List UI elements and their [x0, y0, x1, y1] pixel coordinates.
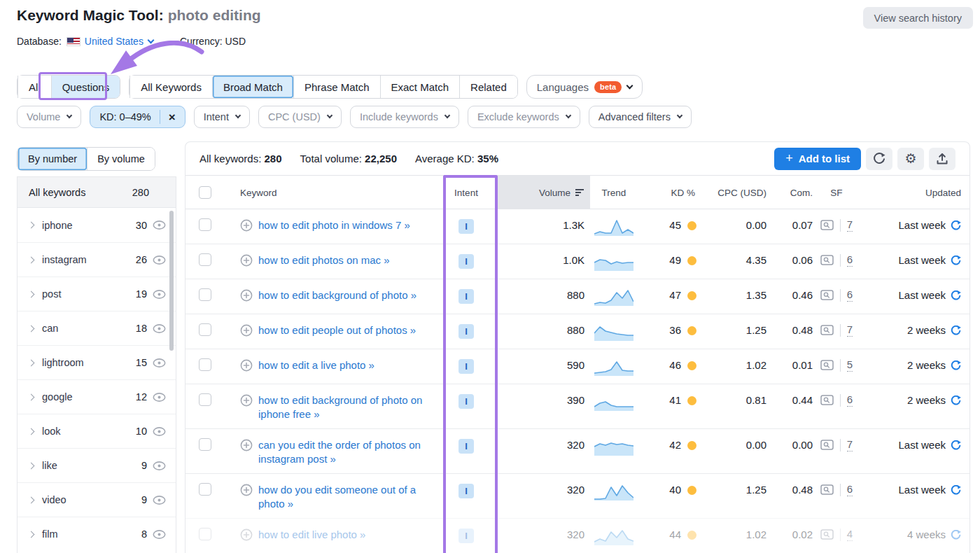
eye-icon[interactable]	[153, 393, 166, 402]
keyword-link[interactable]: how to edit a live photo »	[258, 358, 374, 372]
keyword-link[interactable]: how to edit background of photo on iphon…	[258, 393, 430, 421]
languages-dropdown[interactable]: Languages beta	[526, 75, 643, 99]
database-selector[interactable]: United States	[85, 36, 153, 47]
keyword-link[interactable]: how to edit people out of photos »	[258, 323, 416, 337]
column-header-kd[interactable]: KD %	[638, 176, 699, 209]
update-refresh-icon[interactable]	[951, 220, 961, 231]
close-icon[interactable]: ×	[169, 111, 176, 123]
sidebar-scrollbar[interactable]	[169, 211, 174, 351]
intent-badge[interactable]: I	[458, 439, 474, 454]
add-to-list-button[interactable]: + Add to list	[774, 148, 861, 170]
row-checkbox[interactable]	[199, 358, 211, 371]
keyword-group-item[interactable]: post 19	[18, 276, 176, 311]
tab[interactable]: Questions	[51, 76, 120, 98]
tab[interactable]: All	[18, 76, 51, 98]
column-header-updated[interactable]: Updated	[856, 176, 970, 209]
add-keyword-plus-icon[interactable]	[240, 394, 253, 407]
keyword-link[interactable]: how to edit live photo »	[258, 528, 365, 542]
eye-icon[interactable]	[153, 290, 166, 299]
column-header-intent[interactable]: Intent	[435, 176, 498, 209]
column-header-trend[interactable]: Trend	[590, 176, 638, 209]
eye-icon[interactable]	[153, 530, 166, 539]
keyword-group-item[interactable]: look 10	[18, 414, 176, 448]
serp-features-count[interactable]: 4	[847, 528, 853, 541]
serp-features-count[interactable]: 6	[847, 288, 853, 302]
view-search-history-button[interactable]: View search history	[863, 7, 973, 29]
keyword-link[interactable]: how to edit photo in windows 7 »	[258, 218, 410, 232]
add-keyword-plus-icon[interactable]	[240, 439, 253, 451]
serp-features-count[interactable]: 7	[847, 323, 853, 337]
eye-icon[interactable]	[153, 220, 166, 230]
keyword-link[interactable]: how do you edit someone out of a photo »	[258, 483, 430, 511]
keyword-link[interactable]: how to edit photos on mac »	[258, 253, 390, 267]
column-header-sf[interactable]: SF	[817, 176, 856, 209]
intent-badge[interactable]: I	[458, 324, 474, 339]
keyword-link[interactable]: can you edit the order of photos on inst…	[258, 438, 430, 466]
keyword-group-item[interactable]: video 9	[18, 482, 176, 517]
update-refresh-icon[interactable]	[951, 290, 961, 301]
keyword-link[interactable]: how to edit background of photo »	[258, 288, 416, 302]
keyword-group-item[interactable]: iphone 30	[18, 208, 176, 242]
row-checkbox[interactable]	[199, 438, 211, 451]
serp-preview-icon[interactable]	[820, 255, 834, 265]
add-keyword-plus-icon[interactable]	[240, 254, 253, 267]
row-checkbox[interactable]	[199, 528, 211, 540]
row-checkbox[interactable]	[199, 218, 211, 231]
eye-icon[interactable]	[153, 496, 166, 505]
tab[interactable]: All Keywords	[130, 76, 212, 98]
update-refresh-icon[interactable]	[951, 255, 961, 266]
filter-dropdown[interactable]: Intent	[194, 106, 250, 128]
keyword-group-item[interactable]: film 8	[18, 517, 176, 551]
tab[interactable]: Broad Match	[212, 76, 293, 98]
serp-preview-icon[interactable]	[820, 529, 834, 540]
serp-features-count[interactable]: 7	[847, 218, 853, 232]
row-checkbox[interactable]	[199, 288, 211, 301]
serp-preview-icon[interactable]	[820, 440, 834, 450]
filter-dropdown[interactable]: Volume	[17, 106, 81, 128]
sidebar-sort-tab[interactable]: By number	[18, 148, 87, 170]
serp-preview-icon[interactable]	[820, 325, 834, 335]
tab[interactable]: Related	[459, 76, 517, 98]
tab[interactable]: Phrase Match	[293, 76, 380, 98]
update-refresh-icon[interactable]	[951, 485, 961, 496]
filter-dropdown[interactable]: Include keywords	[350, 106, 459, 128]
serp-features-count[interactable]: 6	[847, 253, 853, 267]
intent-badge[interactable]: I	[458, 484, 474, 498]
keyword-group-item[interactable]: can 18	[18, 311, 176, 345]
settings-gear-button[interactable]: ⚙	[897, 148, 924, 170]
intent-badge[interactable]: I	[458, 394, 474, 409]
intent-badge[interactable]: I	[458, 289, 474, 304]
intent-badge[interactable]: I	[458, 219, 474, 234]
serp-features-count[interactable]: 6	[847, 483, 853, 496]
add-keyword-plus-icon[interactable]	[240, 528, 253, 541]
row-checkbox[interactable]	[199, 253, 211, 266]
filter-dropdown[interactable]: KD: 0–49% ×	[90, 106, 185, 128]
row-checkbox[interactable]	[199, 483, 211, 496]
filter-dropdown[interactable]: Advanced filters	[589, 106, 692, 128]
row-checkbox[interactable]	[199, 323, 211, 336]
serp-preview-icon[interactable]	[820, 290, 834, 300]
filter-dropdown[interactable]: Exclude keywords	[468, 106, 580, 128]
serp-features-count[interactable]: 7	[847, 438, 853, 451]
intent-badge[interactable]: I	[458, 528, 474, 543]
all-keywords-row[interactable]: All keywords 280	[18, 177, 176, 208]
eye-icon[interactable]	[153, 461, 166, 470]
add-keyword-plus-icon[interactable]	[240, 359, 253, 372]
eye-icon[interactable]	[153, 427, 166, 436]
export-button[interactable]	[929, 148, 955, 170]
sidebar-sort-tab[interactable]: By volume	[87, 148, 155, 170]
eye-icon[interactable]	[153, 358, 166, 368]
update-refresh-icon[interactable]	[951, 326, 961, 336]
row-checkbox[interactable]	[199, 393, 211, 406]
serp-preview-icon[interactable]	[820, 220, 834, 230]
keyword-group-item[interactable]: instagram 26	[18, 242, 176, 276]
column-header-volume[interactable]: Volume	[498, 176, 590, 209]
column-header-com[interactable]: Com.	[771, 176, 817, 209]
update-refresh-icon[interactable]	[951, 440, 961, 451]
keyword-group-item[interactable]: like 9	[18, 448, 176, 482]
filter-dropdown[interactable]: CPC (USD)	[258, 106, 342, 128]
column-header-cpc[interactable]: CPC (USD)	[699, 176, 771, 209]
tab[interactable]: Exact Match	[380, 76, 460, 98]
add-keyword-plus-icon[interactable]	[240, 289, 253, 302]
add-keyword-plus-icon[interactable]	[240, 484, 253, 496]
